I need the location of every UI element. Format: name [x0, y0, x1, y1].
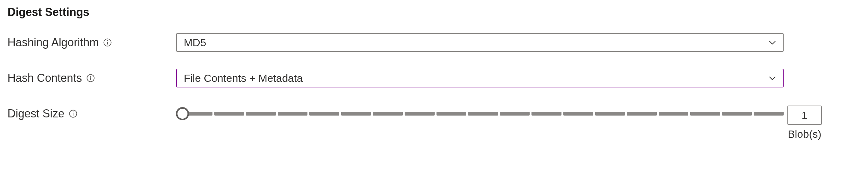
hashing-algorithm-dropdown[interactable]: MD5 [176, 33, 784, 52]
chevron-down-icon [768, 38, 777, 47]
digest-size-slider[interactable] [183, 108, 784, 119]
svg-point-5 [90, 76, 91, 77]
hashing-algorithm-label: Hashing Algorithm [7, 36, 99, 49]
hash-contents-control: File Contents + Metadata [176, 69, 861, 88]
digest-size-value-wrap: 1 Blob(s) [787, 105, 822, 140]
info-icon[interactable] [103, 38, 112, 47]
digest-size-input[interactable]: 1 [787, 105, 822, 125]
chevron-down-icon [768, 74, 777, 83]
hashing-algorithm-value: MD5 [184, 36, 206, 49]
hashing-algorithm-row: Hashing Algorithm MD5 [7, 33, 861, 52]
svg-point-2 [107, 40, 108, 41]
hash-contents-label: Hash Contents [7, 71, 82, 85]
digest-size-control: 1 Blob(s) [176, 108, 861, 119]
info-icon[interactable] [86, 74, 95, 83]
hashing-algorithm-label-wrap: Hashing Algorithm [7, 36, 176, 49]
info-icon[interactable] [69, 109, 78, 118]
hash-contents-dropdown[interactable]: File Contents + Metadata [176, 69, 784, 88]
digest-size-label-wrap: Digest Size [7, 107, 176, 120]
digest-settings-section: Digest Settings Hashing Algorithm MD5 [0, 0, 868, 123]
hash-contents-value: File Contents + Metadata [184, 72, 303, 84]
section-title: Digest Settings [7, 6, 861, 19]
hash-contents-label-wrap: Hash Contents [7, 71, 176, 85]
digest-size-label: Digest Size [7, 107, 64, 120]
digest-size-unit: Blob(s) [788, 128, 822, 140]
hashing-algorithm-control: MD5 [176, 33, 861, 52]
slider-thumb[interactable] [176, 107, 189, 120]
hash-contents-row: Hash Contents File Contents + Metadata [7, 69, 861, 88]
svg-point-8 [73, 112, 74, 113]
digest-size-row: Digest Size [7, 104, 861, 123]
slider-track [183, 112, 784, 116]
